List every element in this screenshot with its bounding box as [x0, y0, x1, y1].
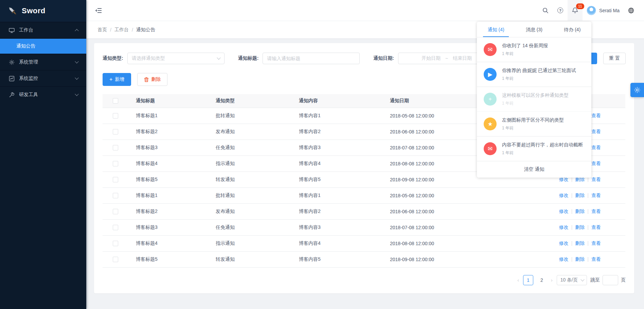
row-checkbox[interactable] [113, 113, 118, 119]
view-link[interactable]: 查看 [591, 129, 601, 134]
settings-gear-button[interactable] [630, 83, 644, 97]
sidebar-item-notice[interactable]: 通知公告 [0, 38, 86, 54]
envelope-icon: ✉ [484, 142, 497, 155]
notification-item[interactable]: ★ 左侧图标用于区分不同的类型 1 年前 [477, 112, 591, 137]
view-link[interactable]: 查看 [591, 224, 601, 230]
notification-item[interactable]: ▶ 你推荐的 曲妮妮 已通过第三轮面试 1 年前 [477, 62, 591, 87]
delete-link[interactable]: 删除 [575, 208, 585, 214]
user-menu[interactable]: Serati Ma [583, 6, 624, 15]
cell-content: 博客内容5 [293, 251, 384, 267]
view-link[interactable]: 查看 [591, 240, 601, 246]
notification-title: 你推荐的 曲妮妮 已通过第三轮面试 [502, 67, 576, 74]
notification-time: 1 年前 [502, 101, 569, 106]
jump-page-input[interactable] [603, 275, 618, 285]
notification-item[interactable]: ✉ 你收到了 14 份新周报 1 年前 [477, 37, 591, 62]
row-checkbox[interactable] [113, 161, 118, 166]
delete-button[interactable]: 删除 [137, 73, 167, 86]
plus-icon: + [109, 77, 112, 82]
cell-date: 2018-07-08 12:00:00 [384, 140, 486, 156]
chevron-down-icon [580, 277, 584, 281]
view-link[interactable]: 查看 [591, 145, 601, 150]
next-page-icon[interactable]: › [550, 277, 553, 283]
breadcrumb-workbench[interactable]: 工作台 [114, 27, 129, 33]
pagination: ‹ 1 2 › 10 条/页 跳至 页 [103, 275, 626, 285]
avatar [587, 6, 596, 15]
cell-type: 转发通知 [210, 171, 293, 187]
edit-link[interactable]: 修改 [559, 193, 569, 198]
delete-link[interactable]: 删除 [575, 256, 585, 262]
notification-item[interactable]: ✉ 内容不要超过两行字，超出时自动截断 1 年前 [477, 137, 591, 161]
cell-content: 博客内容4 [293, 235, 384, 251]
notification-panel: 通知 (4) 消息 (3) 待办 (4) ✉ 你收到了 14 份新周报 1 年前… [477, 22, 591, 178]
cell-date: 2018-09-08 12:00:00 [384, 171, 486, 187]
sidebar-item-system-admin[interactable]: 系统管理 [0, 54, 86, 70]
delete-link[interactable]: 删除 [575, 193, 585, 198]
select-all-checkbox[interactable] [113, 98, 118, 104]
breadcrumb-home[interactable]: 首页 [97, 27, 107, 33]
view-link[interactable]: 查看 [591, 113, 601, 118]
sidebar-item-system-monitor[interactable]: 系统监控 [0, 70, 86, 86]
cell-date: 2018-09-08 12:00:00 [384, 251, 486, 267]
row-checkbox[interactable] [113, 241, 118, 246]
prev-page-icon[interactable]: ‹ [517, 277, 520, 283]
sidebar-item-label: 系统监控 [19, 75, 75, 81]
menu-fold-icon[interactable] [94, 6, 103, 15]
page-1-button[interactable]: 1 [523, 275, 533, 285]
breadcrumb-current: 通知公告 [136, 27, 155, 33]
add-button[interactable]: + 新增 [103, 73, 131, 86]
delete-link[interactable]: 删除 [575, 240, 585, 246]
tab-todos[interactable]: 待办 (4) [553, 22, 591, 37]
title-filter-label: 通知标题: [238, 55, 259, 61]
notification-item[interactable]: + 这种模板可以区分多种通知类型 1 年前 [477, 87, 591, 112]
row-checkbox[interactable] [113, 257, 118, 262]
notification-title: 内容不要超过两行字，超出时自动截断 [502, 142, 583, 148]
edit-link[interactable]: 修改 [559, 256, 569, 262]
reset-button[interactable]: 重 置 [603, 53, 626, 64]
view-link[interactable]: 查看 [591, 208, 601, 214]
help-icon[interactable]: ? [553, 0, 568, 21]
page-size-select[interactable]: 10 条/页 [557, 275, 587, 285]
notification-time: 1 年前 [502, 76, 576, 81]
cell-title: 博客标题5 [130, 251, 210, 267]
row-checkbox[interactable] [113, 145, 118, 150]
globe-icon[interactable] [624, 0, 639, 21]
page-2-button[interactable]: 2 [537, 275, 547, 285]
table-row: 博客标题1 批转通知 博客内容1 2018-05-08 12:00:00 修改|… [103, 187, 625, 203]
view-link[interactable]: 查看 [591, 256, 601, 262]
edit-link[interactable]: 修改 [559, 224, 569, 230]
cell-type: 指示通知 [210, 156, 293, 171]
delete-link[interactable]: 删除 [575, 224, 585, 230]
row-checkbox[interactable] [113, 225, 118, 230]
row-checkbox[interactable] [113, 193, 118, 198]
edit-link[interactable]: 修改 [559, 240, 569, 246]
type-filter-label: 通知类型: [103, 55, 123, 61]
view-link[interactable]: 查看 [591, 161, 601, 166]
view-link[interactable]: 查看 [591, 193, 601, 198]
date-filter-label: 通知日期: [373, 55, 394, 61]
cell-type: 发布通知 [210, 203, 293, 219]
topbar-right: ? 11 Serati Ma [538, 0, 639, 21]
trash-icon [144, 77, 149, 82]
row-checkbox[interactable] [113, 177, 118, 182]
type-select[interactable]: 请选择通知类型 [127, 53, 225, 64]
edit-link[interactable]: 修改 [559, 208, 569, 214]
clear-notifications-button[interactable]: 清空 通知 [477, 161, 591, 178]
sidebar-item-dev-tools[interactable]: 研发工具 [0, 86, 86, 103]
sidebar-item-workbench[interactable]: 工作台 [0, 22, 86, 38]
cell-content: 博客内容2 [293, 124, 384, 140]
table-row: 博客标题3 任免通知 博客内容3 2018-07-08 12:00:00 修改|… [103, 219, 625, 235]
cell-content: 博客内容3 [293, 140, 384, 156]
notification-time: 1 年前 [502, 51, 548, 57]
cell-date: 2018-05-08 12:00:00 [384, 108, 486, 124]
row-checkbox[interactable] [113, 209, 118, 214]
cell-title: 博客标题3 [130, 140, 210, 156]
app-logo[interactable]: Sword [0, 0, 86, 22]
tab-notifications[interactable]: 通知 (4) [477, 22, 515, 37]
row-checkbox[interactable] [113, 129, 118, 134]
title-input[interactable] [263, 53, 360, 64]
view-link[interactable]: 查看 [591, 177, 601, 182]
table-header-title: 通知标题 [130, 94, 210, 108]
bell-icon[interactable]: 11 [568, 0, 583, 21]
tab-messages[interactable]: 消息 (3) [515, 22, 553, 37]
search-icon[interactable] [538, 0, 553, 21]
